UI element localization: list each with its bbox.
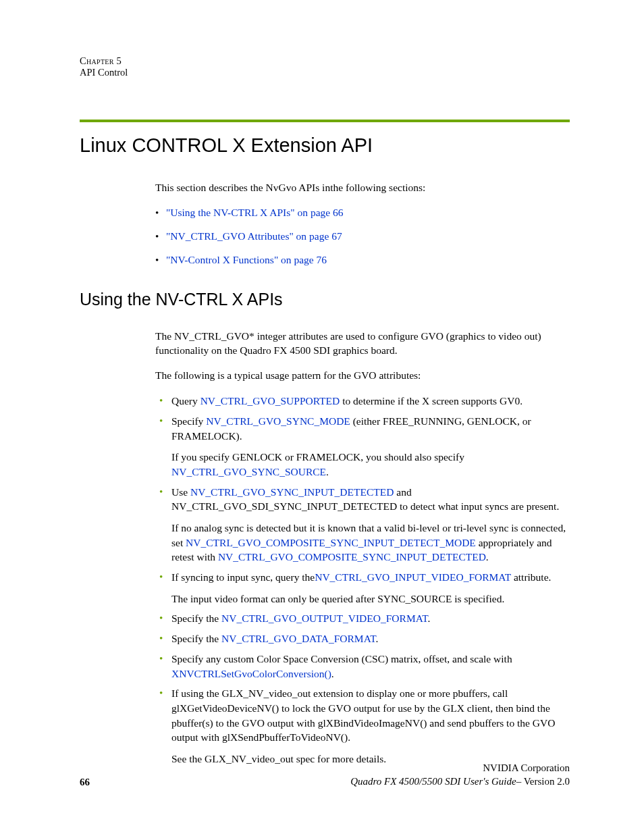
footer-doc-title: Quadro FX 4500/5500 SDI User's Guide	[350, 776, 516, 787]
text: .	[486, 551, 489, 563]
api-link[interactable]: NV_CTRL_GVO_SYNC_MODE	[206, 415, 350, 427]
page-footer: 66 NVIDIA Corporation Quadro FX 4500/550…	[80, 762, 570, 788]
api-link[interactable]: NV_CTRL_GVO_COMPOSITE_SYNC_INPUT_DETECTE…	[218, 551, 486, 563]
step-item: If using the GLX_NV_video_out extension …	[155, 686, 570, 766]
text: Use	[171, 486, 190, 498]
text: Specify the	[171, 613, 221, 624]
text: .	[331, 668, 334, 679]
toc-link-1[interactable]: "Using the NV-CTRL X APIs" on page 66	[166, 207, 344, 218]
footer-version: – Version 2.0	[516, 776, 570, 787]
footer-right: NVIDIA Corporation Quadro FX 4500/5500 S…	[80, 762, 570, 788]
paragraph: The NV_CTRL_GVO* integer attributes are …	[155, 330, 570, 358]
text: .	[375, 633, 378, 644]
heading-2: Using the NV-CTRL X APIs	[80, 290, 570, 309]
api-link[interactable]: NV_CTRL_GVO_SYNC_INPUT_DETECTED	[190, 486, 394, 498]
step-item: Use NV_CTRL_GVO_SYNC_INPUT_DETECTED and …	[155, 485, 570, 565]
api-link[interactable]: NV_CTRL_GVO_COMPOSITE_SYNC_INPUT_DETECT_…	[186, 537, 476, 548]
footer-company: NVIDIA Corporation	[80, 762, 570, 775]
section-rule	[80, 120, 570, 122]
text: to determine if the X screen supports GV…	[340, 395, 522, 407]
steps-list: Query NV_CTRL_GVO_SUPPORTED to determine…	[155, 394, 570, 766]
heading-1: Linux CONTROL X Extension API	[80, 134, 570, 157]
text: If using the GLX_NV_video_out extension …	[171, 687, 555, 743]
text: .	[427, 613, 430, 624]
toc-link-3[interactable]: "NV-Control X Functions" on page 76	[166, 254, 327, 265]
toc-item: "NV-Control X Functions" on page 76	[155, 253, 570, 267]
toc-item: "Using the NV-CTRL X APIs" on page 66	[155, 206, 570, 220]
page: Chapter 5 API Control Linux CONTROL X Ex…	[0, 0, 644, 834]
sub-paragraph: The input video format can only be queri…	[171, 592, 570, 606]
step-item: Query NV_CTRL_GVO_SUPPORTED to determine…	[155, 394, 570, 409]
api-link[interactable]: NV_CTRL_GVO_SYNC_SOURCE	[171, 466, 326, 477]
toc-item: "NV_CTRL_GVO Attributes" on page 67	[155, 230, 570, 244]
text: Specify any custom Color Space Conversio…	[171, 653, 512, 664]
step-item: Specify the NV_CTRL_GVO_DATA_FORMAT.	[155, 631, 570, 646]
toc-link-2[interactable]: "NV_CTRL_GVO Attributes" on page 67	[166, 230, 342, 242]
step-item: If syncing to input sync, query theNV_CT…	[155, 570, 570, 606]
text: Specify	[171, 415, 206, 427]
chapter-subtitle: API Control	[80, 67, 570, 78]
api-link[interactable]: NV_CTRL_GVO_SUPPORTED	[200, 395, 340, 407]
section-body-usage: The NV_CTRL_GVO* integer attributes are …	[155, 330, 570, 766]
text: Specify the	[171, 633, 221, 644]
text: Query	[171, 395, 200, 407]
step-item: Specify NV_CTRL_GVO_SYNC_MODE (either FR…	[155, 414, 570, 479]
step-item: Specify any custom Color Space Conversio…	[155, 652, 570, 681]
intro-paragraph: This section describes the NvGvo APIs in…	[155, 181, 570, 195]
paragraph: The following is a typical usage pattern…	[155, 369, 570, 383]
page-number: 66	[80, 777, 90, 788]
api-link[interactable]: NV_CTRL_GVO_INPUT_VIDEO_FORMAT	[315, 571, 511, 583]
step-item: Specify the NV_CTRL_GVO_OUTPUT_VIDEO_FOR…	[155, 611, 570, 626]
api-link[interactable]: NV_CTRL_GVO_OUTPUT_VIDEO_FORMAT	[221, 613, 427, 624]
toc-list: "Using the NV-CTRL X APIs" on page 66 "N…	[155, 206, 570, 267]
sub-paragraph: If no analog sync is detected but it is …	[171, 521, 570, 565]
api-link[interactable]: NV_CTRL_GVO_DATA_FORMAT	[221, 633, 375, 644]
text: attribute.	[511, 571, 551, 583]
api-link[interactable]: XNVCTRLSetGvoColorConversion()	[171, 668, 331, 679]
chapter-label: Chapter 5	[80, 55, 570, 67]
text: If syncing to input sync, query the	[171, 571, 315, 583]
text: .	[326, 466, 329, 477]
sub-paragraph: If you specify GENLOCK or FRAMELOCK, you…	[171, 450, 570, 479]
text: If you specify GENLOCK or FRAMELOCK, you…	[171, 451, 464, 463]
section-body-intro: This section describes the NvGvo APIs in…	[155, 181, 570, 267]
